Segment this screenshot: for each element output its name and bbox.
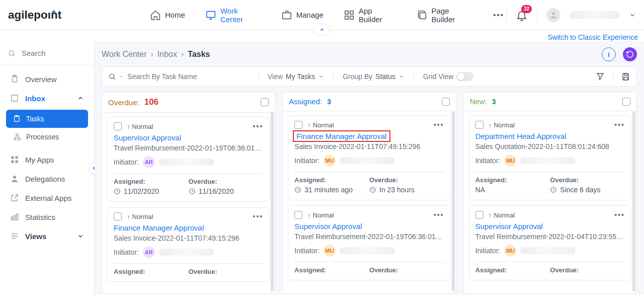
- groupby-selector[interactable]: Group By Status: [343, 72, 405, 81]
- switch-classic-link[interactable]: Switch to Classic Experience: [547, 33, 638, 41]
- column-select-all[interactable]: [442, 98, 450, 106]
- column-select-all[interactable]: [261, 98, 269, 106]
- sidebar-item-delegations[interactable]: Delegations: [4, 169, 90, 188]
- column-title: New:: [470, 97, 487, 106]
- clock-icon: [550, 186, 557, 193]
- task-process-name: Sales Quotation-2022-01-11T08:01:24:608: [475, 142, 625, 151]
- overdue-value: In 23 hours: [379, 186, 415, 194]
- nav-work-center[interactable]: Work Center: [203, 3, 263, 28]
- sidebar-sub-processes[interactable]: Processes: [6, 128, 88, 146]
- task-card[interactable]: ↑Normal ••• Supervisor Approval Travel R…: [288, 205, 450, 280]
- sidebar-item-views[interactable]: Views: [4, 227, 90, 246]
- task-title-link[interactable]: Department Head Approval: [475, 132, 567, 140]
- overdue-label: Overdue:: [189, 268, 264, 275]
- nav-app-builder-label: App Builder: [359, 7, 396, 24]
- sidebar-sub-tasks[interactable]: Tasks: [6, 110, 88, 128]
- filter-button[interactable]: [596, 72, 605, 81]
- card-more-button[interactable]: •••: [253, 212, 264, 220]
- initiator-avatar: AR: [143, 246, 155, 258]
- refresh-icon: [626, 50, 634, 58]
- nav-page-builder[interactable]: Page Builder: [415, 3, 475, 28]
- assigned-label: Assigned:: [475, 176, 550, 184]
- task-card[interactable]: ↑Normal ••• Supervisor Approval Travel R…: [469, 205, 631, 280]
- clock-icon: [114, 188, 121, 195]
- info-button[interactable]: i: [602, 47, 616, 61]
- nav-home[interactable]: Home: [148, 6, 187, 25]
- chevron-down-icon[interactable]: [119, 74, 124, 79]
- sidebar-item-label: Statistics: [25, 213, 55, 221]
- svg-rect-20: [16, 156, 18, 159]
- user-menu-chevron[interactable]: [629, 12, 636, 19]
- filter-bar: View My Tasks Group By Status Grid View: [102, 66, 637, 87]
- grid-view-toggle[interactable]: Grid View: [423, 72, 473, 81]
- card-checkbox[interactable]: [114, 212, 122, 220]
- task-card[interactable]: ↑Normal ••• Department Head Approval Sal…: [469, 115, 631, 200]
- card-more-button[interactable]: •••: [614, 211, 625, 219]
- column-select-all[interactable]: [622, 98, 630, 106]
- svg-rect-24: [11, 217, 13, 220]
- card-more-button[interactable]: •••: [434, 121, 444, 129]
- apps-icon: [10, 155, 19, 164]
- initiator-avatar: MU: [504, 155, 516, 167]
- chevron-down-icon: [77, 233, 84, 240]
- copy-icon: [417, 10, 428, 21]
- scrollbar[interactable]: [271, 111, 274, 291]
- card-more-button[interactable]: •••: [434, 211, 444, 219]
- arrow-up-icon: ↑: [489, 121, 492, 129]
- sidebar-item-inbox[interactable]: Inbox: [4, 89, 90, 108]
- initiator-avatar: MU: [324, 245, 336, 257]
- task-title-link[interactable]: Finance Manager Approval: [294, 132, 388, 140]
- user-avatar[interactable]: [546, 8, 560, 22]
- card-more-button[interactable]: •••: [253, 122, 264, 130]
- overdue-value: 11/16/2020: [199, 187, 234, 195]
- card-checkbox[interactable]: [294, 211, 302, 219]
- sidebar-item-external-apps[interactable]: External Apps: [4, 188, 90, 207]
- task-search-input[interactable]: [126, 72, 249, 81]
- scrollbar[interactable]: [632, 111, 635, 291]
- view-selector[interactable]: View My Tasks: [268, 72, 324, 81]
- sidebar-search[interactable]: [0, 41, 94, 65]
- priority-badge: ↑Normal: [307, 121, 334, 129]
- card-more-button[interactable]: •••: [614, 121, 625, 129]
- nav-app-builder[interactable]: App Builder: [342, 3, 398, 28]
- column-new: New: 3 ↑Normal ••• Department Head Appro…: [463, 92, 637, 294]
- sidebar: Overview Inbox Tasks Processes My App: [0, 41, 95, 295]
- task-card[interactable]: ↑Normal ••• Supervisor Approval Travel R…: [107, 117, 270, 202]
- toggle-switch[interactable]: [456, 72, 473, 81]
- task-card[interactable]: ↑Normal ••• Finance Manager Approval Sal…: [288, 115, 450, 200]
- notifications-bell[interactable]: 32: [516, 9, 528, 21]
- task-title-link[interactable]: Supervisor Approval: [475, 222, 543, 231]
- topbar-collapse-handle[interactable]: [314, 24, 330, 36]
- assigned-label: Assigned:: [294, 176, 369, 184]
- sidebar-item-overview[interactable]: Overview: [4, 69, 90, 89]
- nav-more[interactable]: •••: [491, 7, 506, 23]
- save-view-button[interactable]: [621, 72, 630, 81]
- svg-point-9: [552, 12, 555, 15]
- overdue-label: Overdue:: [369, 176, 444, 184]
- card-checkbox[interactable]: [475, 211, 484, 219]
- sidebar-item-statistics[interactable]: Statistics: [4, 207, 90, 227]
- arrow-up-icon: ↑: [489, 211, 492, 219]
- sitemap-icon: [13, 133, 21, 141]
- clock-icon: [189, 188, 196, 195]
- sidebar-search-input[interactable]: [21, 48, 86, 58]
- task-title-link[interactable]: Supervisor Approval: [294, 222, 362, 231]
- card-checkbox[interactable]: [475, 121, 484, 129]
- svg-rect-8: [420, 13, 426, 19]
- task-title-link[interactable]: Finance Manager Approval: [114, 224, 204, 232]
- breadcrumb-inbox[interactable]: Inbox: [157, 50, 177, 59]
- scrollbar[interactable]: [452, 111, 455, 291]
- card-checkbox[interactable]: [114, 122, 122, 130]
- overdue-value: Since 6 days: [560, 186, 600, 194]
- refresh-button[interactable]: [623, 47, 637, 61]
- breadcrumb-root[interactable]: Work Center: [102, 50, 147, 59]
- task-title-link[interactable]: Supervisor Approval: [114, 133, 181, 142]
- breadcrumb-current: Tasks: [188, 50, 210, 59]
- sidebar-item-my-apps[interactable]: My Apps: [4, 150, 90, 169]
- view-label: View: [268, 72, 283, 81]
- svg-rect-17: [14, 138, 16, 140]
- card-checkbox[interactable]: [294, 121, 302, 129]
- assigned-label: Assigned:: [114, 268, 189, 275]
- nav-manage[interactable]: Manage: [279, 6, 326, 25]
- task-card[interactable]: ↑Normal ••• Finance Manager Approval Sal…: [107, 207, 270, 282]
